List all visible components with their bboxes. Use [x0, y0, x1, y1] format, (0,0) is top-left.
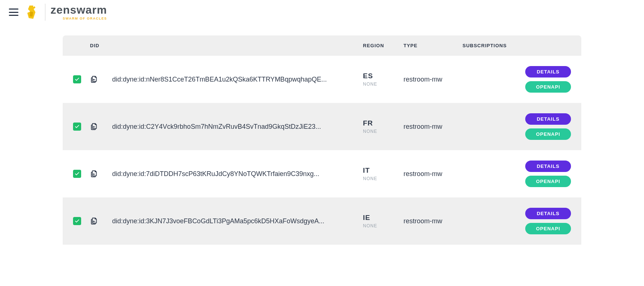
did-value: did:dyne:id:C2Y4Vck9rbhoSm7hNmZvRuvB4SvT… — [112, 123, 341, 131]
copy-did-icon[interactable] — [90, 217, 98, 225]
region-code: FR — [363, 119, 395, 127]
details-button[interactable]: DETAILS — [525, 161, 571, 172]
type-value: restroom-mw — [404, 170, 442, 178]
logo-divider — [45, 4, 45, 21]
details-button[interactable]: DETAILS — [525, 113, 571, 125]
status-check-icon — [73, 75, 81, 83]
status-check-icon — [73, 217, 81, 225]
did-value: did:dyne:id:7diDTDDH7scP63tKRuJdCy8YNoTQ… — [112, 170, 341, 178]
region-code: IT — [363, 166, 395, 175]
table-row: did:dyne:id:7diDTDDH7scP63tKRuJdCy8YNoTQ… — [63, 150, 581, 197]
details-button[interactable]: DETAILS — [525, 208, 571, 219]
status-check-icon — [73, 170, 81, 178]
type-value: restroom-mw — [404, 123, 442, 130]
table-row: did:dyne:id:3KJN7J3voeFBCoGdLTi3PgAMa5pc… — [63, 197, 581, 245]
col-header-did: DID — [86, 35, 359, 56]
brand-mark-icon — [25, 5, 40, 20]
table-row: did:dyne:id:nNer8S1CceT26TmBEA1u2kQSka6K… — [63, 56, 581, 103]
region-code: IE — [363, 214, 395, 222]
brand-logo[interactable]: zenswarm SWARM OF ORACLES — [25, 4, 107, 21]
region-sub: NONE — [363, 176, 395, 181]
col-header-type: TYPE — [399, 35, 458, 56]
copy-did-icon[interactable] — [90, 75, 98, 83]
oracles-table: DID REGION TYPE SUBSCRIPTIONS did:dyne:i… — [63, 35, 581, 245]
openapi-button[interactable]: OPENAPI — [525, 176, 571, 187]
openapi-button[interactable]: OPENAPI — [525, 81, 571, 93]
status-check-icon — [73, 123, 81, 131]
details-button[interactable]: DETAILS — [525, 66, 571, 77]
region-sub: NONE — [363, 223, 395, 228]
openapi-button[interactable]: OPENAPI — [525, 223, 571, 234]
col-header-subscriptions: SUBSCRIPTIONS — [458, 35, 521, 56]
did-value: did:dyne:id:nNer8S1CceT26TmBEA1u2kQSka6K… — [112, 76, 341, 83]
brand-name: zenswarm — [51, 4, 107, 15]
type-value: restroom-mw — [404, 217, 442, 225]
table-row: did:dyne:id:C2Y4Vck9rbhoSm7hNmZvRuvB4SvT… — [63, 103, 581, 150]
openapi-button[interactable]: OPENAPI — [525, 128, 571, 140]
region-sub: NONE — [363, 129, 395, 134]
copy-did-icon[interactable] — [90, 170, 98, 178]
region-code: ES — [363, 72, 395, 80]
copy-did-icon[interactable] — [90, 123, 98, 131]
type-value: restroom-mw — [404, 76, 442, 83]
menu-button[interactable] — [9, 8, 18, 16]
col-header-region: REGION — [359, 35, 399, 56]
brand-tagline: SWARM OF ORACLES — [63, 17, 107, 20]
did-value: did:dyne:id:3KJN7J3voeFBCoGdLTi3PgAMa5pc… — [112, 217, 341, 225]
region-sub: NONE — [363, 82, 395, 87]
